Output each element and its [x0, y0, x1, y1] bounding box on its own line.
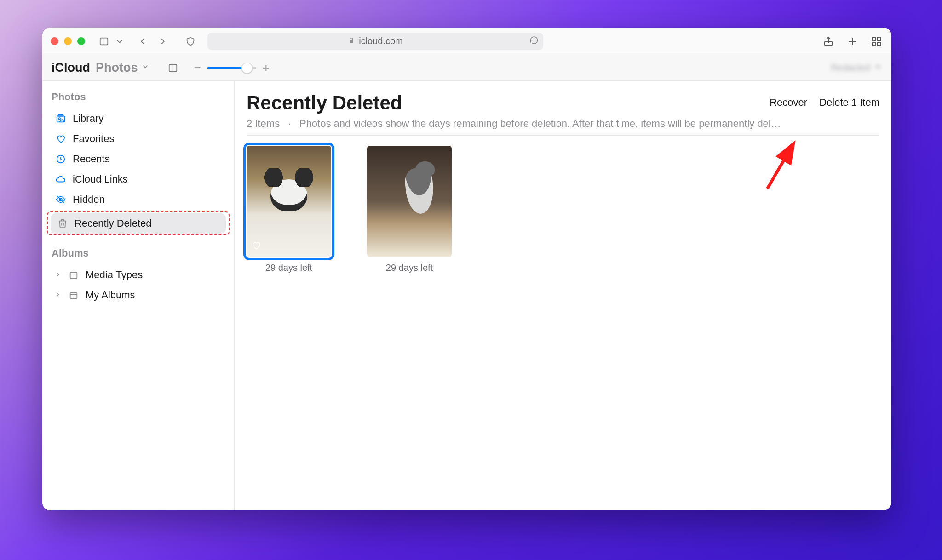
sidebar-item-recently-deleted[interactable]: Recently Deleted	[51, 213, 226, 234]
divider	[247, 135, 879, 136]
user-label: Redacted	[831, 63, 870, 73]
reload-icon[interactable]	[529, 35, 539, 47]
svg-rect-13	[58, 115, 63, 116]
svg-rect-7	[877, 37, 880, 40]
svg-point-14	[58, 118, 60, 120]
zoom-out-button[interactable]: −	[194, 61, 201, 75]
sidebar-item-hidden[interactable]: Hidden	[49, 189, 228, 210]
favorite-heart-icon	[251, 240, 261, 252]
app-toolbar: iCloud Photos − + Redacted	[42, 55, 891, 81]
back-button[interactable]	[136, 34, 149, 48]
browser-sidebar-menu-chevron-icon[interactable]	[113, 34, 126, 48]
trash-icon	[57, 218, 68, 229]
sidebar-item-label: Media Types	[86, 269, 143, 281]
share-icon[interactable]	[821, 34, 835, 48]
app-section: Photos	[96, 61, 138, 75]
user-menu[interactable]: Redacted	[831, 63, 882, 73]
svg-rect-9	[877, 42, 880, 46]
address-domain: icloud.com	[359, 36, 403, 46]
item-count: 2 Items	[247, 118, 280, 129]
sidebar-item-label: Recents	[73, 153, 110, 165]
sidebar-item-library[interactable]: Library	[49, 109, 228, 129]
page-title: Recently Deleted	[247, 92, 402, 114]
sidebar-heading-photos: Photos	[47, 89, 230, 109]
zoom-slider[interactable]	[207, 67, 256, 69]
folder-icon	[68, 270, 79, 280]
svg-rect-0	[100, 38, 108, 45]
sidebar-item-label: Library	[73, 113, 103, 125]
photo-thumbnail[interactable]: 29 days left	[367, 146, 452, 273]
tab-overview-icon[interactable]	[869, 34, 883, 48]
recover-button[interactable]: Recover	[770, 97, 807, 109]
sidebar-item-label: Hidden	[73, 194, 105, 206]
zoom-in-button[interactable]: +	[263, 61, 270, 75]
thumbnail-caption: 29 days left	[265, 263, 312, 273]
sidebar-item-favorites[interactable]: Favorites	[49, 129, 228, 149]
sidebar-item-my-albums[interactable]: My Albums	[49, 285, 228, 305]
folder-icon	[68, 290, 79, 300]
app-brand: iCloud	[52, 61, 90, 75]
svg-rect-18	[70, 273, 77, 279]
svg-rect-20	[70, 293, 77, 299]
safari-window: icloud.com iCloud Photos	[42, 28, 891, 510]
sidebar-item-label: iCloud Links	[73, 173, 128, 185]
zoom-control: − +	[194, 61, 269, 75]
svg-rect-6	[872, 37, 875, 40]
main-content: Recently Deleted Recover Delete 1 Item 2…	[235, 81, 891, 510]
thumbnail-caption: 29 days left	[386, 263, 433, 273]
svg-rect-8	[872, 42, 875, 46]
photo-thumbnail[interactable]: 29 days left	[247, 146, 331, 273]
sidebar-item-media-types[interactable]: Media Types	[49, 265, 228, 285]
page-subtitle: 2 Items · Photos and videos show the day…	[247, 118, 879, 130]
browser-chrome: icloud.com	[42, 28, 891, 55]
photo-image	[367, 146, 452, 257]
app-menu-chevron-icon	[141, 63, 149, 73]
sidebar-item-label: Favorites	[73, 133, 114, 145]
photo-image	[247, 146, 331, 257]
app-title[interactable]: iCloud Photos	[52, 61, 149, 75]
sidebar-item-icloud-links[interactable]: iCloud Links	[49, 169, 228, 189]
annotation-highlight: Recently Deleted	[47, 211, 230, 235]
thumbnail-grid: 29 days left 29 days left	[247, 146, 879, 273]
library-icon	[55, 114, 66, 124]
new-tab-icon[interactable]	[845, 34, 859, 48]
zoom-window-button[interactable]	[77, 37, 85, 45]
chevron-right-icon	[55, 271, 62, 279]
address-bar[interactable]: icloud.com	[207, 33, 543, 50]
minimize-window-button[interactable]	[64, 37, 72, 45]
subtitle-text: Photos and videos show the days remainin…	[299, 118, 781, 129]
close-window-button[interactable]	[51, 37, 58, 45]
sidebar-item-label: My Albums	[86, 289, 135, 301]
sidebar: Photos Library Favorites Recents	[42, 81, 235, 510]
delete-button[interactable]: Delete 1 Item	[819, 97, 879, 109]
forward-button[interactable]	[156, 34, 170, 48]
svg-rect-2	[350, 40, 353, 43]
svg-rect-10	[169, 64, 177, 71]
chevron-down-icon	[874, 63, 882, 73]
sidebar-item-recents[interactable]: Recents	[49, 149, 228, 169]
chevron-right-icon	[55, 291, 62, 299]
browser-sidebar-icon[interactable]	[97, 34, 111, 48]
clock-icon	[55, 154, 66, 164]
heart-icon	[55, 134, 66, 144]
lock-icon	[348, 36, 355, 46]
eye-off-icon	[55, 194, 66, 205]
privacy-shield-icon[interactable]	[184, 34, 197, 48]
cloud-icon	[55, 174, 66, 184]
sidebar-heading-albums: Albums	[47, 246, 230, 265]
sidebar-item-label: Recently Deleted	[75, 217, 152, 229]
window-controls	[51, 37, 85, 45]
toggle-sidebar-icon[interactable]	[166, 61, 180, 75]
